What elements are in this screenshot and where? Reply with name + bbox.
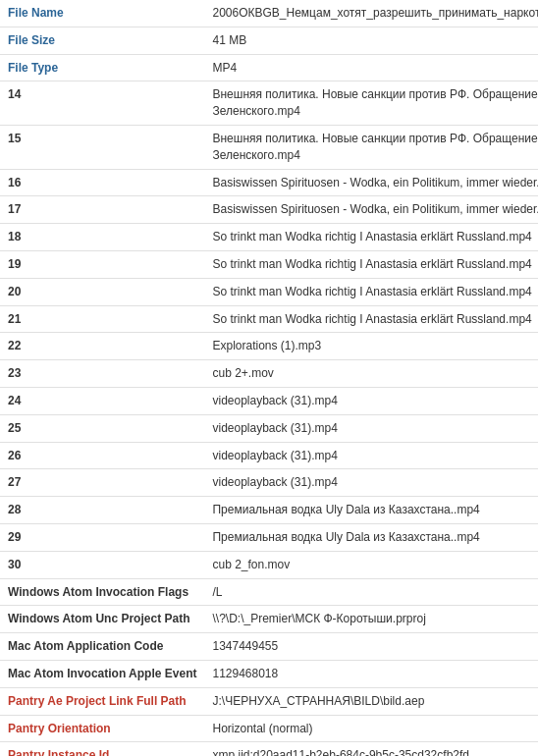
row-value-23: cub 2+.mov (204, 360, 538, 388)
table-row: File Size41 MB (0, 27, 538, 54)
row-value-20: So trinkt man Wodka richtig I Anastasia … (204, 278, 538, 305)
table-row: 17Basiswissen Spirituosen - Wodka, ein P… (0, 196, 538, 224)
row-value-win-atom-flags: /L✎ (204, 578, 538, 606)
row-value-file-size: 41 MB (204, 27, 538, 54)
table-row: 16Basiswissen Spirituosen - Wodka, ein P… (0, 169, 538, 196)
table-row: 18So trinkt man Wodka richtig I Anastasi… (0, 224, 538, 251)
table-row: 14Внешняя политика. Новые санкции против… (0, 81, 538, 126)
row-label-23: 23 (0, 360, 204, 388)
row-label-17: 17 (0, 196, 204, 224)
row-label-win-atom-flags: Windows Atom Invocation Flags (0, 578, 204, 606)
row-value-file-name: 2006ОКВGB_Немцам_хотят_разрешить_принима… (204, 0, 538, 27)
row-value-29: Премиальная водка Uly Dala из Казахстана… (204, 523, 538, 551)
row-value-14: Внешняя политика. Новые санкции против Р… (204, 81, 538, 126)
table-row: 19So trinkt man Wodka richtig I Anastasi… (0, 250, 538, 278)
row-label-27: 27 (0, 469, 204, 497)
row-value-25: videoplayback (31).mp4 (204, 414, 538, 442)
table-row: 20So trinkt man Wodka richtig I Anastasi… (0, 278, 538, 305)
row-label-win-atom-unc: Windows Atom Unc Project Path (0, 606, 204, 633)
row-label-pantry-instance: Pantry Instance Id (0, 742, 204, 756)
table-row: 27videoplayback (31).mp4 (0, 469, 538, 497)
row-label-14: 14 (0, 81, 204, 126)
row-value-mac-atom-event: 1129468018✎ (204, 660, 538, 687)
table-row: Pantry OrientationHorizontal (normal) (0, 715, 538, 742)
row-label-28: 28 (0, 497, 204, 524)
row-value-pantry-instance: xmp.iid:d20aad11-b2eb-684c-9b5c-35cd32cf… (204, 742, 538, 756)
table-row: 24videoplayback (31).mp4 (0, 387, 538, 414)
row-value-24: videoplayback (31).mp4 (204, 387, 538, 414)
table-row: Pantry Ae Project Link Full PathJ:\ЧЕРНУ… (0, 687, 538, 715)
row-label-20: 20 (0, 278, 204, 305)
row-value-26: videoplayback (31).mp4 (204, 442, 538, 469)
row-value-16: Basiswissen Spirituosen - Wodka, ein Pol… (204, 169, 538, 196)
table-row: 23cub 2+.mov (0, 360, 538, 388)
row-label-file-size: File Size (0, 27, 204, 54)
row-label-24: 24 (0, 387, 204, 414)
table-row: File TypeMP4 (0, 54, 538, 81)
row-label-mac-atom-app: Mac Atom Application Code (0, 633, 204, 661)
table-row: 25videoplayback (31).mp4 (0, 414, 538, 442)
row-label-file-name: File Name (0, 0, 204, 27)
table-row: Windows Atom Unc Project Path\\?\D:\_Pre… (0, 606, 538, 633)
row-value-22: Explorations (1).mp3 (204, 333, 538, 360)
table-row: 15Внешняя политика. Новые санкции против… (0, 125, 538, 169)
table-row: 22Explorations (1).mp3 (0, 333, 538, 360)
table-row: Mac Atom Invocation Apple Event112946801… (0, 660, 538, 687)
table-row: Pantry Instance Idxmp.iid:d20aad11-b2eb-… (0, 742, 538, 756)
row-label-16: 16 (0, 169, 204, 196)
table-row: 30cub 2_fon.mov (0, 551, 538, 578)
row-value-18: So trinkt man Wodka richtig I Anastasia … (204, 224, 538, 251)
row-value-28: Премиальная водка Uly Dala из Казахстана… (204, 497, 538, 524)
row-label-30: 30 (0, 551, 204, 578)
table-row: 21So trinkt man Wodka richtig I Anastasi… (0, 305, 538, 333)
row-label-pantry-ae-path: Pantry Ae Project Link Full Path (0, 687, 204, 715)
row-label-pantry-orientation: Pantry Orientation (0, 715, 204, 742)
row-value-30: cub 2_fon.mov (204, 551, 538, 578)
table-row: 29Премиальная водка Uly Dala из Казахста… (0, 523, 538, 551)
row-label-29: 29 (0, 523, 204, 551)
row-value-15: Внешняя политика. Новые санкции против Р… (204, 125, 538, 169)
row-value-27: videoplayback (31).mp4 (204, 469, 538, 497)
table-row: 26videoplayback (31).mp4 (0, 442, 538, 469)
row-value-file-type: MP4 (204, 54, 538, 81)
row-label-15: 15 (0, 125, 204, 169)
row-label-25: 25 (0, 414, 204, 442)
row-value-pantry-orientation: Horizontal (normal) (204, 715, 538, 742)
row-value-21: So trinkt man Wodka richtig I Anastasia … (204, 305, 538, 333)
row-value-win-atom-unc: \\?\D:\_Premier\МСК Ф-Коротыши.prproj✎ (204, 606, 538, 633)
row-label-26: 26 (0, 442, 204, 469)
row-value-mac-atom-app: 1347449455✎ (204, 633, 538, 661)
table-row: File Name2006ОКВGB_Немцам_хотят_разрешит… (0, 0, 538, 27)
row-label-19: 19 (0, 250, 204, 278)
row-value-pantry-ae-path: J:\ЧЕРНУХА_СТРАННАЯ\BILD\bild.aep (204, 687, 538, 715)
table-row: 28Премиальная водка Uly Dala из Казахста… (0, 497, 538, 524)
table-row: Windows Atom Invocation Flags/L✎ (0, 578, 538, 606)
row-label-21: 21 (0, 305, 204, 333)
table-row: Mac Atom Application Code1347449455✎ (0, 633, 538, 661)
row-label-mac-atom-event: Mac Atom Invocation Apple Event (0, 660, 204, 687)
row-label-22: 22 (0, 333, 204, 360)
metadata-table: File Name2006ОКВGB_Немцам_хотят_разрешит… (0, 0, 538, 756)
row-label-file-type: File Type (0, 54, 204, 81)
row-value-19: So trinkt man Wodka richtig I Anastasia … (204, 250, 538, 278)
row-label-18: 18 (0, 224, 204, 251)
row-value-17: Basiswissen Spirituosen - Wodka, ein Pol… (204, 196, 538, 224)
